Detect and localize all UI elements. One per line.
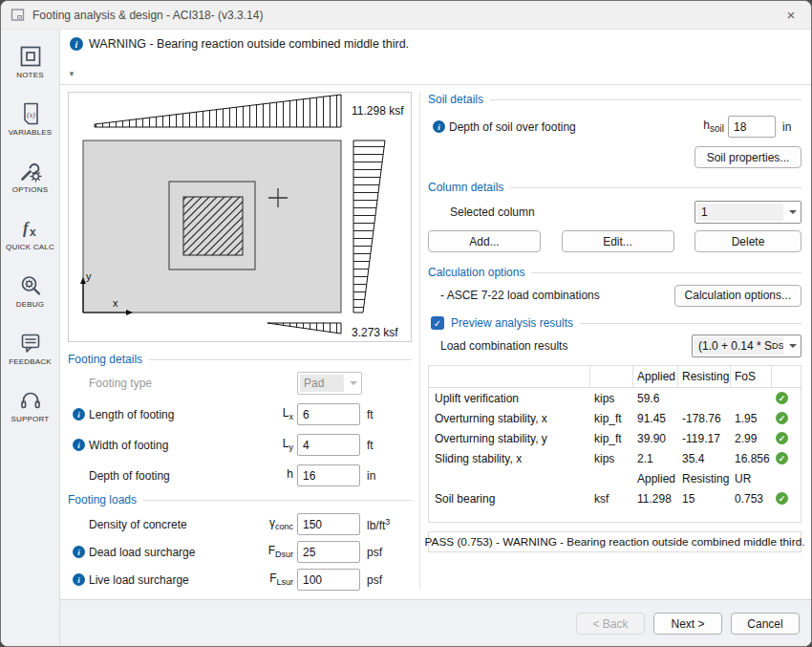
next-button[interactable]: Next > <box>653 613 722 635</box>
density-row: Density of concrete γconc lb/ft3 <box>68 513 412 535</box>
load-combo-value: (1.0 + 0.14 * SDS <box>694 337 783 355</box>
sidebar-label: FEEDBACK <box>9 357 52 366</box>
preview-results-header: ✓ Preview analysis results <box>428 315 801 331</box>
row-name: Overturning stability, x <box>429 408 590 428</box>
row-name: Overturning stability, y <box>429 428 590 448</box>
sidebar-item-quick-calc[interactable]: f x QUICK CALC <box>1 216 60 251</box>
load-combo-select[interactable]: (1.0 + 0.14 * SDS <box>692 334 801 357</box>
dead-surcharge-row: i Dead load surcharge FDsur psf <box>68 541 412 563</box>
load-combo-results-label: Load combination results <box>440 339 692 353</box>
results-table-header: Applied Resisting FoS <box>429 366 801 388</box>
row-name: Uplift verification <box>429 388 590 408</box>
row-fos: 16.856 <box>731 448 772 468</box>
expand-caret-icon[interactable]: ▼ <box>68 71 75 78</box>
row-unit <box>590 468 633 488</box>
pass-check-icon: ✓ <box>776 432 788 444</box>
row-unit: ksf <box>590 488 633 508</box>
row-fos: 2.99 <box>731 428 772 448</box>
sidebar-label: VARIABLES <box>9 128 53 137</box>
width-input[interactable] <box>297 434 360 456</box>
info-icon[interactable]: i <box>73 439 85 451</box>
info-icon[interactable]: i <box>73 546 85 558</box>
row-applied: 59.6 <box>633 388 678 408</box>
app-window-icon <box>11 8 25 22</box>
back-button[interactable]: < Back <box>576 613 645 635</box>
depth-input[interactable] <box>297 464 360 486</box>
length-input[interactable] <box>297 403 360 425</box>
dead-surcharge-input[interactable] <box>297 541 360 563</box>
pressure-diagram-right <box>353 140 385 313</box>
soil-details-header: Soil details <box>428 92 801 107</box>
pass-check-icon: ✓ <box>776 452 788 464</box>
live-surcharge-input[interactable] <box>297 569 360 591</box>
depth-label: Depth of footing <box>89 469 259 483</box>
add-column-button[interactable]: Add... <box>428 230 541 252</box>
sidebar-item-variables[interactable]: (x) VARIABLES <box>1 101 60 137</box>
title-bar: Footing analysis & design - ACI318- (v3.… <box>1 1 811 30</box>
sidebar-label: DEBUG <box>16 300 44 309</box>
row-resisting <box>678 388 731 408</box>
debug-magnifier-icon <box>18 273 43 298</box>
column-buttons-row: Add... Edit... Delete <box>428 230 801 252</box>
length-label: Length of footing <box>89 408 259 421</box>
results-table: Applied Resisting FoS Uplift verificatio… <box>428 365 801 523</box>
width-unit: ft <box>367 439 374 452</box>
selected-column-select[interactable]: 1 <box>694 201 801 224</box>
section-title: Column details <box>428 181 503 194</box>
length-unit: ft <box>367 408 374 421</box>
footing-details-header: Footing details <box>68 352 412 367</box>
row-applied: 91.45 <box>633 408 678 428</box>
header-resisting: Resisting <box>678 366 731 387</box>
depth-symbol: h <box>259 467 293 483</box>
soil-depth-input[interactable] <box>728 116 776 138</box>
delete-column-button[interactable]: Delete <box>694 230 801 252</box>
edit-column-button[interactable]: Edit... <box>562 230 674 252</box>
pressure-diagram-bottom <box>267 323 341 334</box>
soil-properties-button[interactable]: Soil properties... <box>694 146 801 168</box>
sidebar-item-options[interactable]: OPTIONS <box>1 159 60 194</box>
row-unit: kip_ft <box>590 428 633 448</box>
soil-depth-row: i Depth of soil over footing hsoil in <box>428 116 801 138</box>
info-icon[interactable]: i <box>433 120 445 133</box>
row-unit: kip_ft <box>590 408 633 428</box>
row-name: Soil bearing <box>429 488 590 508</box>
row-resisting: 15 <box>678 488 731 508</box>
footing-type-label: Footing type <box>89 377 259 390</box>
header-fos: FoS <box>731 366 772 387</box>
row-status: ✓ <box>772 408 801 428</box>
sidebar-item-debug[interactable]: DEBUG <box>1 273 60 309</box>
chevron-down-icon <box>785 335 801 356</box>
live-surcharge-symbol: FLsur <box>259 572 293 587</box>
sidebar-label: QUICK CALC <box>6 243 54 251</box>
calculation-options-button[interactable]: Calculation options... <box>674 285 801 307</box>
max-pressure-label: 11.298 ksf <box>352 104 404 118</box>
live-surcharge-unit: psf <box>367 573 382 587</box>
info-icon[interactable]: i <box>73 573 85 586</box>
svg-text:x: x <box>30 226 36 239</box>
density-input[interactable] <box>297 513 360 535</box>
sidebar-item-feedback[interactable]: FEEDBACK <box>1 331 60 366</box>
live-surcharge-row: i Live load surcharge FLsur psf <box>68 569 412 591</box>
sidebar-item-notes[interactable]: NOTES <box>1 44 60 79</box>
section-rule <box>531 272 801 273</box>
sidebar-item-support[interactable]: SUPPORT <box>1 388 60 423</box>
column-hatched <box>183 197 243 255</box>
overall-status-bar: PASS (0.753) - WARNING - Bearing reactio… <box>428 531 801 552</box>
row-name: Sliding stability, x <box>429 448 590 468</box>
row-fos: 1.95 <box>731 408 772 428</box>
close-icon[interactable]: × <box>780 5 801 26</box>
info-icon[interactable]: i <box>73 408 85 421</box>
axis-y-label: y <box>86 270 92 282</box>
calculation-options-header: Calculation options <box>428 265 801 280</box>
section-rule <box>149 359 412 360</box>
section-rule <box>580 323 801 324</box>
depth-unit: in <box>367 469 375 483</box>
table-subheader-row: Applied Resisting UR <box>429 468 801 488</box>
preview-results-checkbox[interactable]: ✓ <box>431 316 444 330</box>
footing-plan-diagram: y x 11.298 ksf 3.273 ksf <box>69 93 411 341</box>
selected-column-label: Selected column <box>450 205 694 219</box>
row-status <box>772 468 801 488</box>
dead-surcharge-label: Dead load surcharge <box>89 546 259 559</box>
cancel-button[interactable]: Cancel <box>731 613 800 635</box>
pressure-diagram-top <box>95 95 341 127</box>
